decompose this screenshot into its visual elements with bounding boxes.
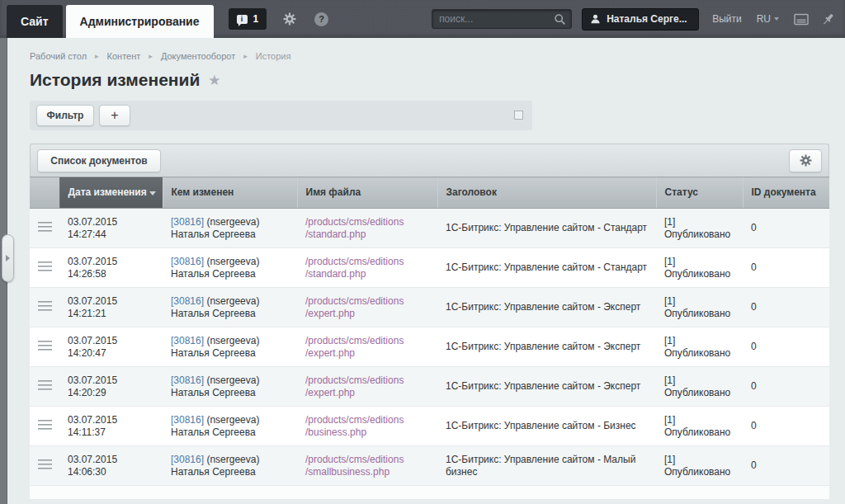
table-row: 03.07.2015 14:26:58 [30816] (nsergeeva) … [30, 248, 829, 288]
file-cell: /products/cms/editions /expert.php [297, 327, 437, 367]
change-time: 14:21:21 [68, 308, 154, 320]
doc-id-cell: 0 [743, 367, 829, 407]
row-menu-icon[interactable] [38, 341, 52, 351]
row-menu-cell [30, 407, 59, 446]
breadcrumb-history: История [256, 51, 291, 61]
status-cell: [1] Опубликовано [656, 367, 743, 407]
file-path-link[interactable]: /products/cms/editions /standard.php [305, 256, 429, 280]
table-row: 03.07.2015 14:21:21 [30816] (nsergeeva) … [30, 288, 829, 327]
file-path-link[interactable]: /products/cms/editions /standard.php [305, 216, 429, 241]
user-cell: [30816] (nsergeeva) Наталья Сергеева [163, 288, 297, 327]
file-cell: /products/cms/editions /standard.php [297, 209, 437, 248]
row-menu-cell [30, 288, 59, 327]
row-menu-cell [30, 209, 59, 248]
logout-link[interactable]: Выйти [712, 13, 742, 25]
user-login: (nsergeeva) [206, 295, 259, 307]
change-time: 14:26:58 [68, 268, 154, 280]
table-row: 03.07.2015 14:20:47 [30816] (nsergeeva) … [30, 327, 829, 367]
title-cell: 1С-Битрикс: Управление сайтом - Эксперт [437, 288, 656, 327]
settings-gear-icon[interactable] [283, 12, 296, 26]
user-id-link[interactable]: [30816] [171, 414, 204, 426]
row-menu-icon[interactable] [38, 261, 52, 271]
column-header-date[interactable]: Дата изменения [59, 177, 163, 209]
history-table: Дата изменения Кем изменен Имя файла Заг… [30, 177, 829, 486]
collapse-filter-icon[interactable] [514, 111, 523, 120]
tab-site[interactable]: Сайт [7, 5, 63, 38]
filter-button[interactable]: Фильтр [36, 105, 94, 126]
file-path-link[interactable]: /products/cms/editions /expert.php [305, 374, 429, 399]
notifications-badge[interactable]: i 1 [229, 8, 267, 30]
change-date: 03.07.2015 [68, 374, 154, 387]
row-menu-cell [30, 446, 59, 486]
documents-grid: Список документов [30, 144, 829, 499]
add-filter-button[interactable]: + [99, 105, 130, 126]
user-id-link[interactable]: [30816] [171, 374, 204, 386]
change-date: 03.07.2015 [68, 256, 154, 268]
row-menu-icon[interactable] [38, 301, 52, 311]
tab-document-list[interactable]: Список документов [37, 149, 161, 172]
search-box [432, 9, 572, 29]
row-menu-icon[interactable] [38, 222, 52, 232]
doc-id-cell: 0 [743, 327, 829, 367]
favorite-star-icon[interactable]: ★ [208, 72, 220, 89]
user-menu-button[interactable]: Наталья Серге... [582, 8, 699, 31]
title-cell: 1С-Битрикс: Управление сайтом - Стандарт [437, 248, 656, 288]
column-header-doc-id[interactable]: ID документа [743, 177, 829, 209]
user-id-link[interactable]: [30816] [171, 295, 204, 307]
breadcrumb-content[interactable]: Контент [107, 51, 141, 61]
search-input[interactable] [439, 13, 554, 25]
file-path-link[interactable]: /products/cms/editions /smallbusiness.ph… [305, 454, 429, 478]
user-login: (nsergeeva) [206, 256, 259, 267]
desktop-panel-icon[interactable] [794, 13, 809, 26]
doc-id-cell: 0 [743, 248, 829, 288]
breadcrumb-separator-icon: ▸ [149, 52, 153, 60]
help-icon[interactable]: ? [314, 12, 328, 26]
page-title: История изменений [30, 70, 200, 90]
breadcrumb: Рабочий стол ▸ Контент ▸ Документооборот… [30, 51, 829, 61]
date-cell: 03.07.2015 14:21:21 [59, 288, 163, 327]
table-row: 03.07.2015 14:11:37 [30816] (nsergeeva) … [30, 407, 829, 446]
user-fullname: Наталья Сергеева [171, 466, 289, 478]
tab-admin[interactable]: Администрирование [66, 5, 214, 38]
pin-icon[interactable] [821, 12, 835, 26]
row-menu-icon[interactable] [38, 420, 52, 430]
user-id-link[interactable]: [30816] [171, 256, 204, 267]
change-time: 14:06:30 [68, 466, 154, 478]
grid-settings-button[interactable] [789, 149, 822, 172]
user-id-link[interactable]: [30816] [171, 335, 204, 346]
language-selector[interactable]: RU [757, 13, 779, 25]
change-time: 14:20:47 [68, 347, 154, 360]
file-cell: /products/cms/editions /expert.php [297, 367, 437, 407]
file-path-link[interactable]: /products/cms/editions /expert.php [305, 335, 429, 360]
user-fullname: Наталья Сергеева [171, 228, 289, 241]
user-id-link[interactable]: [30816] [171, 454, 204, 465]
user-login: (nsergeeva) [206, 335, 259, 346]
change-time: 14:27:44 [68, 228, 154, 241]
search-icon[interactable] [554, 13, 566, 26]
change-date: 03.07.2015 [68, 216, 154, 228]
column-header-file[interactable]: Имя файла [297, 177, 437, 209]
row-menu-icon[interactable] [38, 459, 52, 469]
column-header-status[interactable]: Статус [656, 177, 743, 209]
table-row: 03.07.2015 14:27:44 [30816] (nsergeeva) … [30, 209, 829, 248]
status-cell: [1] Опубликовано [656, 446, 743, 486]
breadcrumb-desktop[interactable]: Рабочий стол [30, 51, 87, 61]
status-cell: [1] Опубликовано [656, 407, 743, 446]
breadcrumb-workflow[interactable]: Документооборот [161, 51, 235, 61]
sidebar-toggle[interactable] [2, 234, 14, 282]
column-header-user[interactable]: Кем изменен [163, 177, 297, 209]
user-fullname: Наталья Сергеева [171, 426, 289, 439]
user-cell: [30816] (nsergeeva) Наталья Сергеева [163, 209, 297, 248]
user-fullname: Наталья Сергеева [171, 347, 289, 360]
date-cell: 03.07.2015 14:26:58 [59, 248, 163, 288]
row-menu-icon[interactable] [38, 380, 52, 390]
notification-icon: i [237, 15, 248, 24]
breadcrumb-separator-icon: ▸ [95, 52, 99, 60]
expand-arrow-icon [6, 255, 10, 261]
file-path-link[interactable]: /products/cms/editions /expert.php [305, 295, 429, 320]
user-id-link[interactable]: [30816] [171, 216, 204, 228]
page-title-row: История изменений ★ [30, 70, 829, 90]
file-path-link[interactable]: /products/cms/editions /business.php [305, 414, 429, 439]
column-header-title[interactable]: Заголовок [437, 177, 656, 209]
user-name: Наталья Серге... [607, 13, 687, 25]
